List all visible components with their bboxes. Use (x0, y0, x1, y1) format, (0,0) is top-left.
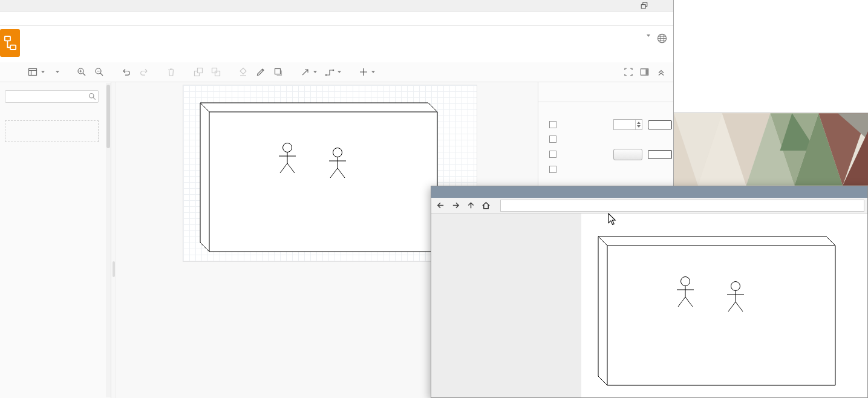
caret-down-icon (313, 71, 317, 73)
section-general[interactable] (0, 152, 111, 157)
to-back-button[interactable] (211, 67, 221, 77)
page-view-checkbox[interactable] (549, 135, 556, 143)
restore-icon (640, 1, 648, 10)
globe-icon (657, 33, 667, 44)
scratchpad-header (0, 113, 111, 117)
sidebar-scrollbar[interactable] (106, 83, 111, 397)
insert-button[interactable] (359, 67, 375, 77)
format-panel-icon (640, 67, 650, 77)
window-titlebar[interactable] (0, 0, 673, 11)
pencil-icon (256, 67, 266, 77)
line-color-button[interactable] (256, 67, 266, 77)
to-back-icon (211, 67, 221, 77)
shape-sidebar (0, 82, 111, 398)
drawio-header (0, 26, 673, 62)
file-browser-body (431, 214, 867, 397)
sidebar-collapse-handle[interactable] (113, 261, 115, 277)
window-controls (621, 1, 667, 10)
shadow-button[interactable] (273, 67, 283, 77)
cube-shape (598, 237, 835, 385)
drawio-logo (0, 29, 20, 57)
page-view-button[interactable] (28, 67, 45, 77)
forward-button[interactable] (449, 200, 462, 212)
redo-icon (139, 67, 149, 77)
tab-diagram[interactable] (538, 82, 673, 102)
home-icon (481, 201, 491, 210)
background-image-button[interactable] (613, 149, 642, 160)
sidebar-resize-gutter[interactable] (111, 82, 116, 398)
to-front-button[interactable] (194, 67, 203, 77)
fullscreen-icon (624, 67, 633, 77)
drawio-toolbar (0, 62, 673, 82)
waypoints-button[interactable] (325, 67, 341, 77)
toolbar-right-group (624, 67, 666, 77)
drawio-logo-icon (4, 34, 17, 51)
cursor-arrow-icon (607, 213, 616, 226)
language-button[interactable] (657, 33, 667, 46)
chevron-up-icon (656, 67, 666, 77)
page-view-row (549, 132, 673, 146)
search-icon[interactable] (88, 93, 96, 102)
diagram (200, 102, 438, 252)
grid-size-input[interactable] (613, 119, 642, 130)
cube-shape[interactable] (200, 103, 437, 252)
grid-color-button[interactable] (648, 120, 672, 129)
desktop-wallpaper (674, 113, 868, 186)
arrow-right-icon (451, 201, 460, 210)
fullscreen-button[interactable] (624, 67, 633, 77)
zoom-out-icon (94, 67, 104, 77)
format-panel-toggle-button[interactable] (640, 67, 650, 77)
delete-button[interactable] (166, 67, 176, 77)
to-front-icon (194, 67, 203, 77)
home-button[interactable] (480, 200, 492, 212)
plus-icon (359, 67, 368, 77)
connection-style-button[interactable] (301, 67, 317, 77)
fill-color-icon (238, 67, 248, 77)
caret-down-icon (338, 71, 341, 73)
file-browser-navbar (431, 198, 867, 214)
background-row (549, 146, 673, 162)
scratchpad-drop-zone[interactable] (5, 120, 99, 142)
file-browser-window (431, 186, 868, 398)
background-checkbox[interactable] (549, 151, 556, 158)
user-menu[interactable] (640, 34, 650, 37)
shadow-icon (273, 67, 283, 77)
up-button[interactable] (465, 200, 477, 212)
screen (0, 0, 868, 398)
caret-down-icon (41, 71, 45, 73)
zoom-out-button[interactable] (94, 67, 104, 77)
zoom-select[interactable] (53, 71, 59, 73)
search-shapes-input[interactable] (5, 91, 98, 102)
arrow-left-icon (436, 201, 445, 210)
page-view-icon (28, 67, 38, 77)
collapse-toolbar-button[interactable] (656, 67, 666, 77)
mouse-cursor (607, 213, 616, 228)
minimize-button[interactable] (621, 1, 631, 10)
back-button[interactable] (434, 200, 446, 212)
waypoints-icon (325, 67, 334, 77)
grid-checkbox[interactable] (549, 121, 556, 128)
sidebar-scrollbar-thumb[interactable] (106, 85, 110, 148)
zoom-in-button[interactable] (77, 67, 86, 77)
arrow-up-icon (466, 201, 475, 210)
file-preview-pane (581, 214, 867, 397)
shadow-row (549, 162, 673, 177)
connection-arrow-icon (301, 67, 310, 77)
browser-url-input[interactable] (0, 11, 673, 25)
file-browser-titlebar[interactable] (431, 186, 867, 198)
close-button[interactable] (658, 1, 667, 10)
undo-button[interactable] (122, 67, 131, 77)
browser-url-bar (0, 11, 673, 26)
grid-row (549, 117, 673, 132)
fill-color-button[interactable] (238, 67, 248, 77)
redo-button[interactable] (139, 67, 149, 77)
maximize-button[interactable] (639, 1, 649, 10)
file-browser-url-input[interactable] (500, 200, 864, 212)
shadow-checkbox[interactable] (549, 166, 556, 173)
grid-size-spinner[interactable] (635, 120, 642, 129)
file-list (431, 214, 581, 397)
caret-down-icon (371, 71, 375, 73)
search-shapes-area (0, 82, 111, 103)
trash-icon (166, 67, 176, 77)
background-color-button[interactable] (648, 150, 672, 159)
